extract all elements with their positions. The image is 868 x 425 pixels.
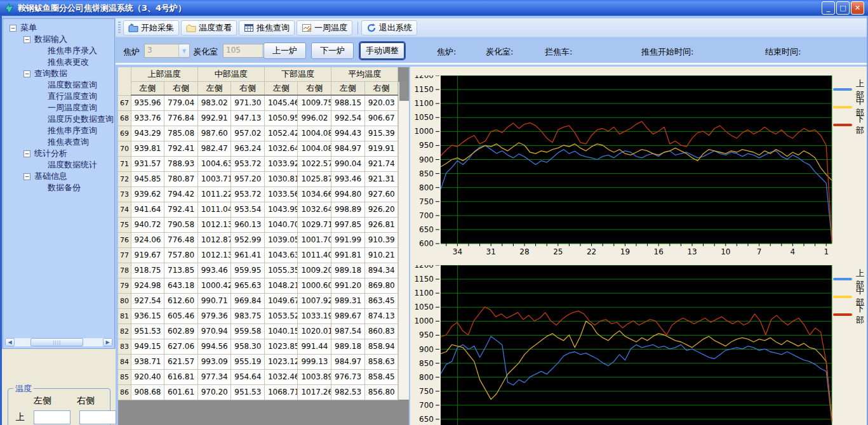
oven-combo[interactable]: 3 ▼ bbox=[144, 44, 190, 58]
table-vertical-scrollbar[interactable] bbox=[398, 82, 409, 400]
table-row[interactable]: 84938.71621.57993.09955.191023.12999.139… bbox=[118, 354, 398, 369]
manual-adjust-button[interactable]: 手动调整 bbox=[360, 43, 404, 59]
toolbar-button-chart-pencil[interactable]: 一周温度 bbox=[297, 20, 352, 36]
table-row[interactable]: 68933.76776.84992.91947.131050.95996.029… bbox=[118, 110, 398, 126]
temperature-cell: 1003.71 bbox=[197, 171, 231, 186]
tree-collapse-icon[interactable]: − bbox=[23, 173, 30, 180]
controls-row: 焦炉 3 ▼ 炭化室 105 ▼ 上一炉 下一炉 手动调整 焦炉: 炭化室: 拦… bbox=[116, 38, 868, 65]
tree-horizontal-scrollbar[interactable]: ◀ |||| ▶ bbox=[4, 337, 113, 347]
table-group-header: 平均温度 bbox=[331, 67, 398, 81]
table-row[interactable]: 72945.85780.871003.71957.201030.811025.8… bbox=[118, 171, 398, 186]
svg-text:25: 25 bbox=[553, 247, 563, 256]
temperature-cell: 989.31 bbox=[331, 293, 365, 308]
tree-collapse-icon[interactable]: − bbox=[23, 70, 30, 77]
tree-collapse-icon[interactable]: − bbox=[23, 150, 30, 157]
table-row[interactable]: 76924.06776.481012.87952.991039.051001.7… bbox=[118, 232, 398, 247]
svg-text:950: 950 bbox=[419, 141, 434, 150]
table-row[interactable]: 73939.62794.421011.22953.721033.561034.6… bbox=[118, 186, 398, 202]
tree-item[interactable]: −基础信息 bbox=[3, 171, 114, 182]
legend-line-icon bbox=[833, 278, 852, 280]
table-row[interactable]: 79924.98643.181000.42965.631048.211000.6… bbox=[118, 278, 398, 293]
tree-item[interactable]: 推焦表更改 bbox=[3, 56, 114, 68]
row-number: 81 bbox=[118, 308, 131, 324]
temperature-cell: 924.98 bbox=[131, 278, 164, 293]
tree-item[interactable]: 温度数据统计 bbox=[3, 159, 114, 171]
chevron-down-icon[interactable]: ▼ bbox=[178, 44, 189, 57]
tree-item[interactable]: −查询数据 bbox=[3, 68, 114, 79]
temperature-cell: 713.85 bbox=[164, 263, 198, 278]
tree-item[interactable]: −统计分析 bbox=[3, 148, 114, 159]
temperature-cell: 991.81 bbox=[331, 247, 365, 263]
toolbar-button-folder-blue[interactable]: 开始采集 bbox=[123, 20, 179, 36]
tree-item[interactable]: 温度历史数据查询 bbox=[3, 114, 114, 125]
maximize-button[interactable]: □ bbox=[836, 1, 850, 15]
tree-item[interactable]: 推焦表查询 bbox=[3, 136, 114, 148]
table-row[interactable]: 70939.81792.41982.47963.241032.641004.08… bbox=[118, 141, 398, 156]
toolbar-button-circular-arrow[interactable]: 退出系统 bbox=[361, 20, 417, 36]
row-label-top: 上 bbox=[16, 412, 25, 423]
tree-item[interactable]: 温度数据查询 bbox=[3, 79, 114, 91]
temperature-cell: 858.45 bbox=[364, 369, 398, 384]
table-row[interactable]: 81936.15605.46979.36983.751053.521033.19… bbox=[118, 308, 398, 324]
toolbar-button-folder-yellow[interactable]: 温度查看 bbox=[181, 20, 237, 36]
table-row[interactable]: 78918.75713.85993.46959.951055.351009.20… bbox=[118, 263, 398, 278]
scrollbar-thumb[interactable] bbox=[399, 82, 409, 101]
row-number: 73 bbox=[118, 186, 131, 202]
tree-item[interactable]: 直行温度查询 bbox=[3, 91, 114, 102]
temperature-cell: 983.02 bbox=[197, 95, 231, 110]
temp-right-input[interactable] bbox=[79, 410, 116, 424]
table-subheader: 右侧 bbox=[298, 81, 331, 95]
temperature-cell: 927.54 bbox=[131, 293, 164, 308]
temperature-cell: 1032.64 bbox=[264, 141, 298, 156]
table-row[interactable]: 75940.72790.581012.13960.131040.701029.7… bbox=[118, 217, 398, 232]
next-oven-button[interactable]: 下一炉 bbox=[311, 43, 354, 59]
tree-collapse-icon[interactable]: − bbox=[23, 36, 30, 43]
temperature-cell: 996.02 bbox=[298, 110, 331, 126]
table-row[interactable]: 86908.68601.61970.20951.531068.711017.26… bbox=[118, 384, 398, 400]
tree-item[interactable]: 数据备份 bbox=[3, 182, 114, 193]
svg-text:1150: 1150 bbox=[414, 85, 434, 94]
temperature-cell: 952.99 bbox=[231, 232, 265, 247]
scroll-left-icon[interactable]: ◀ bbox=[5, 338, 15, 346]
temp-left-input[interactable] bbox=[34, 410, 70, 424]
temperature-cell: 1053.52 bbox=[264, 308, 298, 324]
temperature-cell: 1040.15 bbox=[264, 324, 298, 339]
table-row[interactable]: 69943.29785.08987.60957.021052.421004.08… bbox=[118, 126, 398, 141]
table-row[interactable]: 83949.15627.06994.56958.301023.85991.449… bbox=[118, 339, 398, 354]
temperature-table: 上部温度中部温度下部温度平均温度左侧右侧左侧右侧左侧右侧左侧右侧 67935.9… bbox=[118, 67, 398, 400]
table-row[interactable]: 67935.96779.04983.02971.301045.461009.75… bbox=[118, 95, 398, 110]
temperature-cell: 988.15 bbox=[331, 95, 365, 110]
tree-item-label: 菜单 bbox=[20, 22, 37, 34]
tree-item-label: 数据备份 bbox=[48, 182, 81, 193]
temperature-cell: 788.93 bbox=[164, 156, 198, 171]
tree-item[interactable]: 推焦串序查询 bbox=[3, 125, 114, 136]
row-number: 70 bbox=[118, 141, 131, 156]
table-row[interactable]: 82951.53602.89970.94959.581040.151020.01… bbox=[118, 324, 398, 339]
temperature-cell: 1034.66 bbox=[298, 186, 331, 202]
right-col-header: 右侧 bbox=[77, 395, 95, 407]
table-row[interactable]: 74941.64792.411011.04953.541043.991032.6… bbox=[118, 202, 398, 217]
circular-arrow-icon bbox=[366, 23, 377, 33]
temperature-cell: 926.81 bbox=[364, 217, 398, 232]
scrollbar-track[interactable]: |||| bbox=[15, 338, 103, 346]
svg-text:16: 16 bbox=[654, 247, 664, 256]
table-row[interactable]: 80927.54612.60990.71969.841049.671007.92… bbox=[118, 293, 398, 308]
minimize-button[interactable]: _ bbox=[822, 1, 835, 15]
close-button[interactable]: ✕ bbox=[851, 1, 864, 15]
scroll-right-icon[interactable]: ▶ bbox=[103, 338, 112, 346]
temperature-cell: 984.97 bbox=[331, 354, 365, 369]
tree-item[interactable]: −菜单 bbox=[3, 22, 114, 34]
toolbar-button-grid[interactable]: 推焦查询 bbox=[239, 20, 295, 36]
table-row[interactable]: 85920.40616.81977.34954.641032.461003.89… bbox=[118, 369, 398, 384]
table-row[interactable]: 71931.57788.931004.63953.721033.921022.5… bbox=[118, 156, 398, 171]
tree-collapse-icon[interactable]: − bbox=[10, 25, 17, 32]
tree-item[interactable]: 推焦串序录入 bbox=[3, 45, 114, 56]
table-row[interactable]: 77919.67757.801012.13961.411043.631011.4… bbox=[118, 247, 398, 263]
toolbar-grip[interactable] bbox=[118, 22, 121, 34]
tree-item[interactable]: −数据输入 bbox=[3, 34, 114, 45]
prev-oven-button[interactable]: 上一炉 bbox=[264, 43, 306, 59]
temperature-cell: 989.18 bbox=[331, 339, 365, 354]
tree-item[interactable]: 一周温度查询 bbox=[3, 102, 114, 114]
scrollbar-thumb[interactable]: |||| bbox=[30, 338, 83, 346]
temperature-cell: 936.15 bbox=[131, 308, 164, 324]
